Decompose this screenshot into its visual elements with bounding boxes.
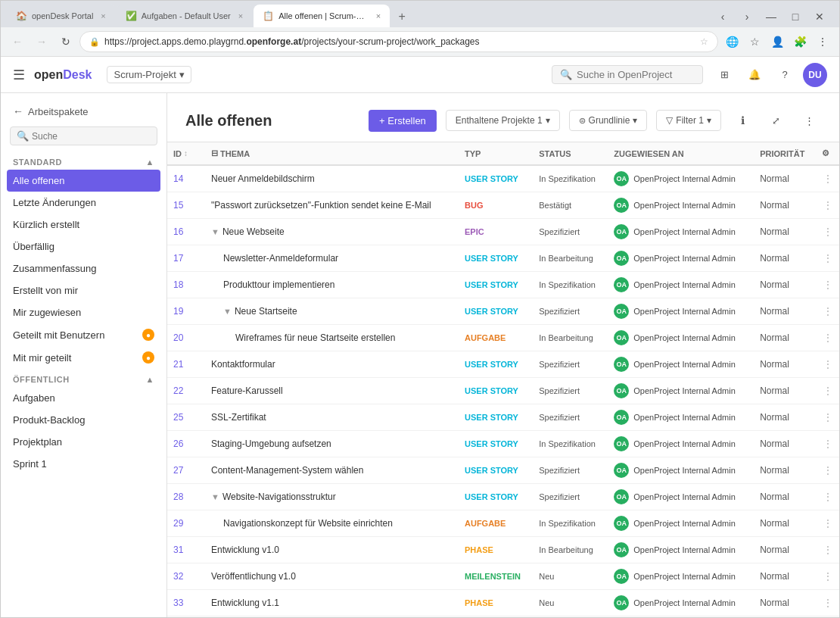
- profile-icon[interactable]: 👤: [767, 31, 788, 52]
- browser-tab-1[interactable]: 🏠 openDesk Portal ×: [7, 5, 115, 27]
- row-actions[interactable]: ⋮: [816, 457, 839, 484]
- sidebar-item-ueberfaellig[interactable]: Überfällig: [1, 236, 166, 258]
- row-actions[interactable]: ⋮: [816, 537, 839, 563]
- bookmark-icon[interactable]: ☆: [700, 36, 708, 47]
- sidebar-item-zusammenfassung[interactable]: Zusammenfassung: [1, 258, 166, 279]
- refresh-button[interactable]: ↻: [55, 31, 76, 52]
- grundlinie-button[interactable]: ⊜ Grundlinie ▾: [569, 110, 648, 131]
- row-id[interactable]: 32: [167, 563, 205, 590]
- sidebar-item-erstellt-von-mir[interactable]: Erstellt von mir: [1, 279, 166, 301]
- hamburger-menu[interactable]: ☰: [13, 67, 25, 83]
- expand-icon[interactable]: ▼: [223, 307, 232, 316]
- enthaltene-projekte-button[interactable]: Enthaltene Projekte 1 ▾: [446, 110, 560, 131]
- create-button[interactable]: + Erstellen: [369, 110, 437, 132]
- project-breadcrumb[interactable]: Scrum-Projekt ▾: [107, 66, 191, 83]
- row-id[interactable]: 20: [167, 325, 205, 351]
- row-id[interactable]: 27: [167, 457, 205, 484]
- sidebar-item-geteilt-mit-benutzern[interactable]: Geteilt mit Benutzern ●: [1, 323, 166, 346]
- close-button[interactable]: ✕: [809, 6, 830, 27]
- filter-button[interactable]: ▽ Filter 1 ▾: [656, 110, 721, 131]
- new-tab-button[interactable]: +: [391, 6, 412, 27]
- search-input[interactable]: [577, 69, 690, 80]
- col-typ[interactable]: TYP: [459, 142, 533, 165]
- row-actions[interactable]: ⋮: [816, 325, 839, 351]
- user-avatar[interactable]: DU: [803, 63, 827, 87]
- row-actions[interactable]: ⋮: [816, 616, 839, 618]
- browser-tab-2[interactable]: ✅ Aufgaben - Default User ×: [117, 5, 252, 27]
- sidebar-collapse2-icon[interactable]: ▲: [146, 375, 154, 384]
- header-search[interactable]: 🔍: [552, 65, 703, 84]
- sidebar-collapse-icon[interactable]: ▲: [146, 158, 154, 167]
- forward-button[interactable]: →: [31, 31, 52, 52]
- tab1-close[interactable]: ×: [101, 11, 105, 20]
- sidebar-item-mit-mir-geteilt[interactable]: Mit mir geteilt ●: [1, 346, 166, 369]
- sidebar-item-sprint-1[interactable]: Sprint 1: [1, 453, 166, 475]
- row-id[interactable]: 17: [167, 245, 205, 272]
- row-actions[interactable]: ⋮: [816, 484, 839, 510]
- sidebar-search[interactable]: 🔍: [10, 126, 157, 145]
- row-actions[interactable]: ⋮: [816, 219, 839, 245]
- row-actions[interactable]: ⋮: [816, 404, 839, 431]
- row-id[interactable]: 33: [167, 590, 205, 616]
- col-settings[interactable]: ⚙: [816, 142, 839, 165]
- translate-icon[interactable]: 🌐: [721, 31, 742, 52]
- url-bar[interactable]: 🔒 https://project.apps.demo.playgrnd.ope…: [79, 31, 718, 52]
- expand-icon[interactable]: ▼: [211, 227, 219, 236]
- col-zugewiesen[interactable]: ZUGEWIESEN AN: [608, 142, 754, 165]
- row-actions[interactable]: ⋮: [816, 431, 839, 457]
- row-id[interactable]: 29: [167, 510, 205, 537]
- more-options-icon[interactable]: ⋮: [797, 108, 821, 133]
- row-id[interactable]: 31: [167, 537, 205, 563]
- grid-icon[interactable]: ⊞: [712, 63, 736, 87]
- tab2-close[interactable]: ×: [238, 11, 243, 20]
- row-id[interactable]: 28: [167, 484, 205, 510]
- col-prioritaet[interactable]: PRIORITÄT: [754, 142, 816, 165]
- row-actions[interactable]: ⋮: [816, 165, 839, 192]
- sidebar-item-letzte-aenderungen[interactable]: Letzte Änderungen: [1, 192, 166, 214]
- extension-icon[interactable]: 🧩: [789, 31, 810, 52]
- row-actions[interactable]: ⋮: [816, 590, 839, 616]
- row-actions[interactable]: ⋮: [816, 378, 839, 404]
- col-id[interactable]: ID ↕: [167, 142, 205, 165]
- row-actions[interactable]: ⋮: [816, 563, 839, 590]
- maximize-button[interactable]: □: [785, 6, 806, 27]
- expand-icon[interactable]: ▼: [211, 492, 219, 501]
- row-id[interactable]: 21: [167, 351, 205, 378]
- row-id[interactable]: 18: [167, 272, 205, 298]
- col-status[interactable]: STATUS: [533, 142, 608, 165]
- row-id[interactable]: 26: [167, 431, 205, 457]
- col-thema[interactable]: ⊟ THEMA: [205, 142, 459, 165]
- tab-scroll-right[interactable]: ›: [736, 6, 758, 27]
- row-id[interactable]: 14: [167, 165, 205, 192]
- settings-icon[interactable]: ⋮: [812, 31, 833, 52]
- row-id[interactable]: 25: [167, 404, 205, 431]
- row-actions[interactable]: ⋮: [816, 298, 839, 325]
- sidebar-item-mir-zugewiesen[interactable]: Mir zugewiesen: [1, 301, 166, 323]
- sidebar-search-input[interactable]: [32, 131, 123, 142]
- bell-icon[interactable]: 🔔: [742, 63, 767, 87]
- sidebar-item-kuerzlich-erstellt[interactable]: Kürzlich erstellt: [1, 214, 166, 236]
- back-button[interactable]: ←: [7, 31, 28, 52]
- row-actions[interactable]: ⋮: [816, 192, 839, 219]
- row-id[interactable]: 34: [167, 616, 205, 618]
- row-id[interactable]: 16: [167, 219, 205, 245]
- bookmark-star-icon[interactable]: ☆: [744, 31, 765, 52]
- row-id[interactable]: 15: [167, 192, 205, 219]
- tab-scroll-left[interactable]: ‹: [712, 6, 733, 27]
- minimize-button[interactable]: —: [761, 6, 782, 27]
- fullscreen-icon[interactable]: ⤢: [764, 108, 788, 133]
- info-icon[interactable]: ℹ: [730, 108, 754, 133]
- sidebar-item-aufgaben[interactable]: Aufgaben: [1, 387, 166, 409]
- row-id[interactable]: 22: [167, 378, 205, 404]
- sidebar-back[interactable]: ← Arbeitspakete: [1, 99, 166, 123]
- sidebar-item-produkt-backlog[interactable]: Produkt-Backlog: [1, 409, 166, 431]
- row-id[interactable]: 19: [167, 298, 205, 325]
- row-actions[interactable]: ⋮: [816, 510, 839, 537]
- row-actions[interactable]: ⋮: [816, 245, 839, 272]
- browser-tab-3[interactable]: 📋 Alle offenen | Scrum-Pro… ×: [254, 5, 390, 27]
- sidebar-item-projektplan[interactable]: Projektplan: [1, 431, 166, 453]
- sidebar-item-alle-offenen[interactable]: Alle offenen: [7, 170, 160, 192]
- row-actions[interactable]: ⋮: [816, 272, 839, 298]
- row-actions[interactable]: ⋮: [816, 351, 839, 378]
- tab3-close[interactable]: ×: [376, 11, 381, 20]
